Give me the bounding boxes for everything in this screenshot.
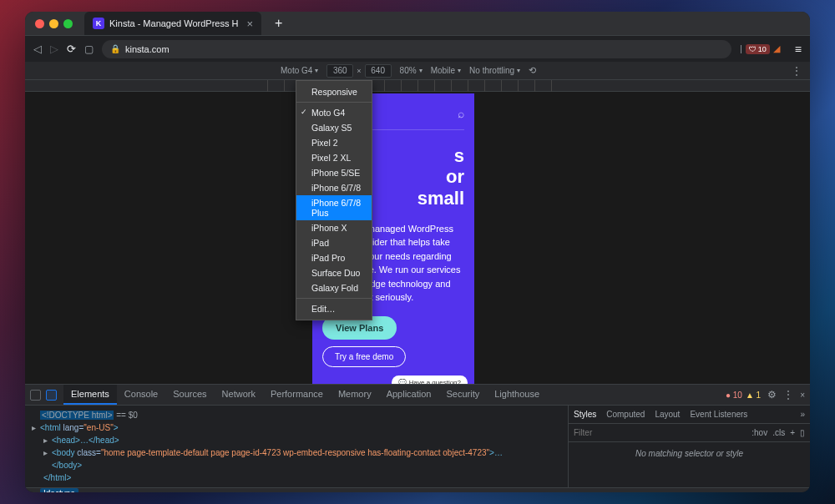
styles-tab[interactable]: Computed	[606, 410, 645, 419]
throttling-dropdown[interactable]: No throttling	[469, 66, 520, 75]
bookmark-icon[interactable]: ▢	[84, 43, 94, 55]
more-options-icon[interactable]: ⋮	[792, 65, 802, 77]
settings-icon[interactable]: ⚙	[767, 389, 777, 401]
dropdown-item[interactable]: iPhone 6/7/8	[296, 180, 372, 195]
devtools-tab[interactable]: Memory	[331, 385, 379, 405]
back-button[interactable]: ◁	[33, 43, 42, 55]
search-icon[interactable]: ⌕	[458, 107, 464, 120]
breadcrumb-bar[interactable]: … !doctype	[25, 487, 810, 492]
inspect-icon[interactable]	[30, 390, 41, 401]
devtools-tab[interactable]: Network	[215, 385, 263, 405]
dropdown-item-edit[interactable]: Edit…	[296, 301, 372, 316]
new-tab-button[interactable]: +	[275, 16, 282, 31]
add-style-icon[interactable]: +	[790, 428, 795, 437]
styles-tab[interactable]: Event Listeners	[690, 410, 747, 419]
maximize-window-button[interactable]	[63, 19, 73, 28]
shields[interactable]: | 🛡10 ◢	[740, 43, 780, 54]
devtools-tab[interactable]: Lighthouse	[487, 385, 547, 405]
styles-tab[interactable]: Layout	[655, 410, 680, 419]
close-devtools-icon[interactable]: ×	[800, 391, 805, 400]
device-type-dropdown[interactable]: Mobile	[431, 66, 461, 75]
hov-toggle[interactable]: :hov	[752, 428, 767, 437]
brave-icon: ◢	[773, 43, 780, 54]
dropdown-item[interactable]: iPhone 5/SE	[296, 165, 372, 180]
dropdown-item[interactable]: Surface Duo	[296, 265, 372, 280]
devtools-panel: ElementsConsoleSourcesNetworkPerformance…	[25, 384, 810, 492]
device-list-dropdown: Responsive Moto G4Galaxy S5Pixel 2Pixel …	[296, 80, 372, 320]
dropdown-item[interactable]: Pixel 2	[296, 135, 372, 150]
styles-tab[interactable]: Styles	[574, 410, 596, 419]
lock-icon: 🔒	[110, 44, 120, 53]
devtools-menu-icon[interactable]: ⋮	[783, 389, 793, 401]
styles-menu-icon[interactable]: ▯	[800, 428, 805, 437]
viewport-area: ta ⌕ s or small Kinsta is a managed Word…	[25, 80, 810, 384]
favicon: K	[93, 18, 104, 29]
dropdown-separator	[296, 102, 372, 103]
device-dropdown[interactable]: Moto G4	[281, 66, 318, 75]
dropdown-item[interactable]: iPhone 6/7/8 Plus	[296, 195, 372, 220]
shield-badge: 🛡10	[746, 44, 770, 54]
dropdown-item[interactable]: Moto G4	[296, 105, 372, 120]
elements-pane[interactable]: <!DOCTYPE html> == $0 ▸<html lang="en-US…	[25, 406, 568, 487]
reload-button[interactable]: ⟳	[67, 43, 76, 55]
no-match-message: No matching selector or style	[569, 442, 810, 487]
dropdown-separator	[296, 298, 372, 299]
dimensions: ×	[326, 64, 391, 78]
ruler	[25, 80, 810, 92]
browser-window: K Kinsta - Managed WordPress H × + ◁ ▷ ⟳…	[25, 12, 810, 492]
dropdown-item[interactable]: Galaxy Fold	[296, 280, 372, 295]
tab-title: Kinsta - Managed WordPress H	[109, 18, 238, 28]
dropdown-item[interactable]: Pixel 2 XL	[296, 150, 372, 165]
question-widget[interactable]: 💬 Have a question?	[392, 375, 468, 384]
browser-tab[interactable]: K Kinsta - Managed WordPress H ×	[84, 12, 261, 35]
dropdown-item[interactable]: iPad Pro	[296, 250, 372, 265]
close-tab-icon[interactable]: ×	[246, 18, 253, 30]
url-field[interactable]: 🔒 kinsta.com	[102, 40, 731, 58]
devtools-tab[interactable]: Application	[379, 385, 439, 405]
devtools-tab[interactable]: Console	[117, 385, 165, 405]
devtools-tabs: ElementsConsoleSourcesNetworkPerformance…	[25, 385, 810, 406]
zoom-dropdown[interactable]: 80%	[400, 66, 423, 75]
error-warning-badge[interactable]: ● 10 ▲ 1	[726, 391, 761, 400]
devtools-tab[interactable]: Sources	[165, 385, 214, 405]
url-text: kinsta.com	[125, 44, 170, 54]
styles-pane: StylesComputedLayoutEvent Listeners» :ho…	[568, 406, 810, 487]
dimension-separator: ×	[357, 67, 361, 75]
more-tabs-icon[interactable]: »	[800, 410, 805, 419]
device-mode-icon[interactable]	[46, 390, 57, 401]
dropdown-item[interactable]: iPad	[296, 235, 372, 250]
devtools-tab[interactable]: Elements	[63, 385, 117, 405]
url-bar: ◁ ▷ ⟳ ▢ 🔒 kinsta.com | 🛡10 ◢ ≡	[25, 35, 810, 62]
forward-button[interactable]: ▷	[50, 43, 58, 55]
close-window-button[interactable]	[35, 19, 44, 28]
cls-toggle[interactable]: .cls	[772, 428, 785, 437]
width-input[interactable]	[326, 64, 353, 78]
dropdown-item[interactable]: Galaxy S5	[296, 120, 372, 135]
minimize-window-button[interactable]	[49, 19, 58, 28]
dropdown-item-responsive[interactable]: Responsive	[296, 84, 372, 99]
titlebar: K Kinsta - Managed WordPress H × +	[25, 12, 810, 35]
hamburger-menu-icon[interactable]: ≡	[795, 43, 802, 56]
height-input[interactable]	[365, 64, 392, 78]
dropdown-item[interactable]: iPhone X	[296, 220, 372, 235]
styles-filter-input[interactable]	[574, 428, 752, 437]
devtools-tab[interactable]: Security	[438, 385, 487, 405]
devtools-tab[interactable]: Performance	[263, 385, 331, 405]
rotate-icon[interactable]: ⟲	[529, 65, 536, 76]
free-demo-button[interactable]: Try a free demo	[322, 346, 406, 367]
device-toolbar: Moto G4 × 80% Mobile No throttling ⟲ ⋮	[25, 62, 810, 80]
